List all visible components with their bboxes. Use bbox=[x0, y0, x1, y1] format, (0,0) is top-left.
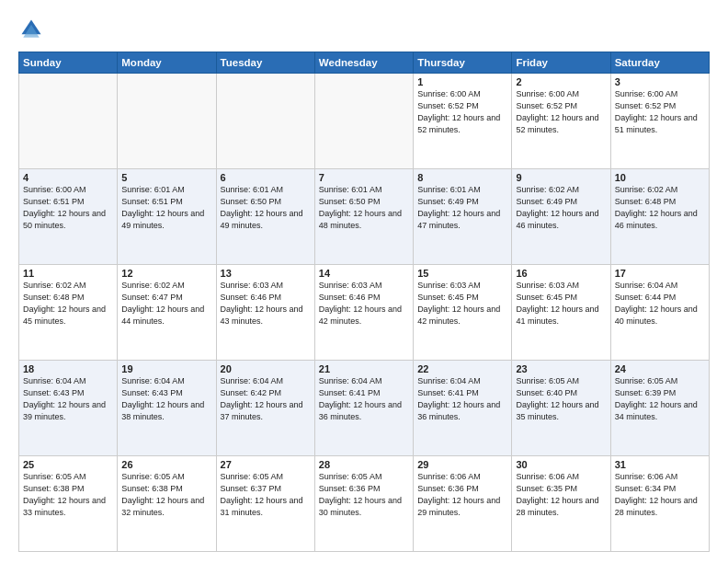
calendar-day-cell: 18Sunrise: 6:04 AM Sunset: 6:43 PM Dayli… bbox=[19, 361, 118, 456]
day-number: 29 bbox=[417, 459, 507, 470]
calendar-day-cell bbox=[216, 74, 314, 169]
day-info: Sunrise: 6:04 AM Sunset: 6:41 PM Dayligh… bbox=[319, 375, 409, 423]
calendar-day-cell: 30Sunrise: 6:06 AM Sunset: 6:35 PM Dayli… bbox=[512, 456, 610, 552]
header bbox=[18, 17, 710, 42]
calendar-day-header: Sunday bbox=[19, 52, 118, 74]
day-number: 4 bbox=[23, 172, 113, 183]
calendar-day-cell: 16Sunrise: 6:03 AM Sunset: 6:45 PM Dayli… bbox=[512, 265, 610, 361]
day-number: 31 bbox=[615, 459, 705, 470]
day-info: Sunrise: 6:03 AM Sunset: 6:45 PM Dayligh… bbox=[516, 280, 606, 327]
day-number: 14 bbox=[319, 268, 409, 279]
calendar-day-cell: 15Sunrise: 6:03 AM Sunset: 6:45 PM Dayli… bbox=[414, 265, 512, 361]
day-info: Sunrise: 6:04 AM Sunset: 6:41 PM Dayligh… bbox=[417, 375, 507, 423]
calendar-day-cell: 6Sunrise: 6:01 AM Sunset: 6:50 PM Daylig… bbox=[216, 169, 314, 265]
day-info: Sunrise: 6:03 AM Sunset: 6:46 PM Dayligh… bbox=[319, 280, 409, 327]
calendar-day-cell: 23Sunrise: 6:05 AM Sunset: 6:40 PM Dayli… bbox=[512, 361, 610, 456]
day-number: 12 bbox=[121, 268, 211, 279]
calendar-header-row: SundayMondayTuesdayWednesdayThursdayFrid… bbox=[19, 52, 710, 74]
day-info: Sunrise: 6:01 AM Sunset: 6:51 PM Dayligh… bbox=[121, 184, 211, 232]
calendar-day-cell bbox=[118, 74, 216, 169]
calendar-week-row: 4Sunrise: 6:00 AM Sunset: 6:51 PM Daylig… bbox=[19, 169, 710, 265]
calendar-day-cell: 25Sunrise: 6:05 AM Sunset: 6:38 PM Dayli… bbox=[19, 456, 118, 552]
calendar-day-header: Tuesday bbox=[216, 52, 314, 74]
day-info: Sunrise: 6:06 AM Sunset: 6:35 PM Dayligh… bbox=[516, 471, 606, 519]
day-info: Sunrise: 6:02 AM Sunset: 6:47 PM Dayligh… bbox=[121, 280, 211, 327]
calendar-day-cell: 21Sunrise: 6:04 AM Sunset: 6:41 PM Dayli… bbox=[314, 361, 413, 456]
day-info: Sunrise: 6:04 AM Sunset: 6:43 PM Dayligh… bbox=[121, 375, 211, 423]
calendar-day-cell: 28Sunrise: 6:05 AM Sunset: 6:36 PM Dayli… bbox=[314, 456, 413, 552]
day-number: 5 bbox=[121, 172, 211, 183]
calendar-day-cell: 22Sunrise: 6:04 AM Sunset: 6:41 PM Dayli… bbox=[414, 361, 512, 456]
day-number: 28 bbox=[319, 459, 409, 470]
day-info: Sunrise: 6:05 AM Sunset: 6:38 PM Dayligh… bbox=[121, 471, 211, 519]
day-number: 21 bbox=[319, 363, 409, 374]
day-number: 2 bbox=[516, 76, 606, 87]
day-number: 15 bbox=[417, 268, 507, 279]
calendar-day-cell: 9Sunrise: 6:02 AM Sunset: 6:49 PM Daylig… bbox=[512, 169, 610, 265]
calendar-week-row: 18Sunrise: 6:04 AM Sunset: 6:43 PM Dayli… bbox=[19, 361, 710, 456]
day-number: 3 bbox=[615, 76, 705, 87]
day-number: 27 bbox=[221, 459, 311, 470]
day-number: 17 bbox=[615, 268, 705, 279]
calendar-week-row: 1Sunrise: 6:00 AM Sunset: 6:52 PM Daylig… bbox=[19, 74, 710, 169]
calendar-day-cell: 1Sunrise: 6:00 AM Sunset: 6:52 PM Daylig… bbox=[414, 74, 512, 169]
day-number: 20 bbox=[221, 363, 311, 374]
calendar-day-cell: 7Sunrise: 6:01 AM Sunset: 6:50 PM Daylig… bbox=[314, 169, 413, 265]
day-number: 10 bbox=[615, 172, 705, 183]
calendar-day-header: Wednesday bbox=[314, 52, 413, 74]
calendar-day-cell: 29Sunrise: 6:06 AM Sunset: 6:36 PM Dayli… bbox=[414, 456, 512, 552]
calendar-day-cell: 11Sunrise: 6:02 AM Sunset: 6:48 PM Dayli… bbox=[19, 265, 118, 361]
calendar-day-header: Saturday bbox=[610, 52, 709, 74]
calendar-day-header: Thursday bbox=[414, 52, 512, 74]
page: SundayMondayTuesdayWednesdayThursdayFrid… bbox=[0, 0, 728, 563]
day-number: 9 bbox=[516, 172, 606, 183]
calendar-day-cell: 5Sunrise: 6:01 AM Sunset: 6:51 PM Daylig… bbox=[118, 169, 216, 265]
day-info: Sunrise: 6:00 AM Sunset: 6:52 PM Dayligh… bbox=[615, 88, 705, 136]
calendar-day-cell: 13Sunrise: 6:03 AM Sunset: 6:46 PM Dayli… bbox=[216, 265, 314, 361]
day-info: Sunrise: 6:01 AM Sunset: 6:49 PM Dayligh… bbox=[417, 184, 507, 232]
calendar-day-cell: 3Sunrise: 6:00 AM Sunset: 6:52 PM Daylig… bbox=[610, 74, 709, 169]
day-info: Sunrise: 6:03 AM Sunset: 6:46 PM Dayligh… bbox=[221, 280, 311, 327]
calendar-day-cell: 8Sunrise: 6:01 AM Sunset: 6:49 PM Daylig… bbox=[414, 169, 512, 265]
day-info: Sunrise: 6:06 AM Sunset: 6:36 PM Dayligh… bbox=[417, 471, 507, 519]
day-info: Sunrise: 6:04 AM Sunset: 6:44 PM Dayligh… bbox=[615, 280, 705, 327]
calendar-day-cell: 10Sunrise: 6:02 AM Sunset: 6:48 PM Dayli… bbox=[610, 169, 709, 265]
calendar-day-cell: 31Sunrise: 6:06 AM Sunset: 6:34 PM Dayli… bbox=[610, 456, 709, 552]
day-number: 24 bbox=[615, 363, 705, 374]
day-info: Sunrise: 6:05 AM Sunset: 6:40 PM Dayligh… bbox=[516, 375, 606, 423]
day-info: Sunrise: 6:00 AM Sunset: 6:51 PM Dayligh… bbox=[23, 184, 113, 232]
day-info: Sunrise: 6:04 AM Sunset: 6:42 PM Dayligh… bbox=[221, 375, 311, 423]
day-number: 7 bbox=[319, 172, 409, 183]
day-number: 30 bbox=[516, 459, 606, 470]
calendar-day-cell: 27Sunrise: 6:05 AM Sunset: 6:37 PM Dayli… bbox=[216, 456, 314, 552]
calendar-day-cell: 20Sunrise: 6:04 AM Sunset: 6:42 PM Dayli… bbox=[216, 361, 314, 456]
calendar-day-cell: 24Sunrise: 6:05 AM Sunset: 6:39 PM Dayli… bbox=[610, 361, 709, 456]
calendar-day-cell bbox=[314, 74, 413, 169]
day-info: Sunrise: 6:01 AM Sunset: 6:50 PM Dayligh… bbox=[221, 184, 311, 232]
day-info: Sunrise: 6:00 AM Sunset: 6:52 PM Dayligh… bbox=[516, 88, 606, 136]
day-number: 11 bbox=[23, 268, 113, 279]
day-number: 22 bbox=[417, 363, 507, 374]
day-info: Sunrise: 6:04 AM Sunset: 6:43 PM Dayligh… bbox=[23, 375, 113, 423]
calendar-day-header: Monday bbox=[118, 52, 216, 74]
day-info: Sunrise: 6:02 AM Sunset: 6:49 PM Dayligh… bbox=[516, 184, 606, 232]
day-number: 8 bbox=[417, 172, 507, 183]
day-info: Sunrise: 6:03 AM Sunset: 6:45 PM Dayligh… bbox=[417, 280, 507, 327]
day-number: 16 bbox=[516, 268, 606, 279]
day-info: Sunrise: 6:05 AM Sunset: 6:37 PM Dayligh… bbox=[221, 471, 311, 519]
day-info: Sunrise: 6:05 AM Sunset: 6:38 PM Dayligh… bbox=[23, 471, 113, 519]
day-info: Sunrise: 6:02 AM Sunset: 6:48 PM Dayligh… bbox=[23, 280, 113, 327]
day-info: Sunrise: 6:01 AM Sunset: 6:50 PM Dayligh… bbox=[319, 184, 409, 232]
calendar-table: SundayMondayTuesdayWednesdayThursdayFrid… bbox=[18, 52, 710, 552]
day-number: 1 bbox=[417, 76, 507, 87]
day-info: Sunrise: 6:05 AM Sunset: 6:36 PM Dayligh… bbox=[319, 471, 409, 519]
day-number: 26 bbox=[121, 459, 211, 470]
calendar-day-cell: 2Sunrise: 6:00 AM Sunset: 6:52 PM Daylig… bbox=[512, 74, 610, 169]
day-number: 18 bbox=[23, 363, 113, 374]
calendar-day-cell: 4Sunrise: 6:00 AM Sunset: 6:51 PM Daylig… bbox=[19, 169, 118, 265]
calendar-day-cell: 14Sunrise: 6:03 AM Sunset: 6:46 PM Dayli… bbox=[314, 265, 413, 361]
logo bbox=[18, 17, 48, 42]
calendar-day-cell: 12Sunrise: 6:02 AM Sunset: 6:47 PM Dayli… bbox=[118, 265, 216, 361]
logo-icon bbox=[18, 17, 44, 42]
calendar-week-row: 25Sunrise: 6:05 AM Sunset: 6:38 PM Dayli… bbox=[19, 456, 710, 552]
